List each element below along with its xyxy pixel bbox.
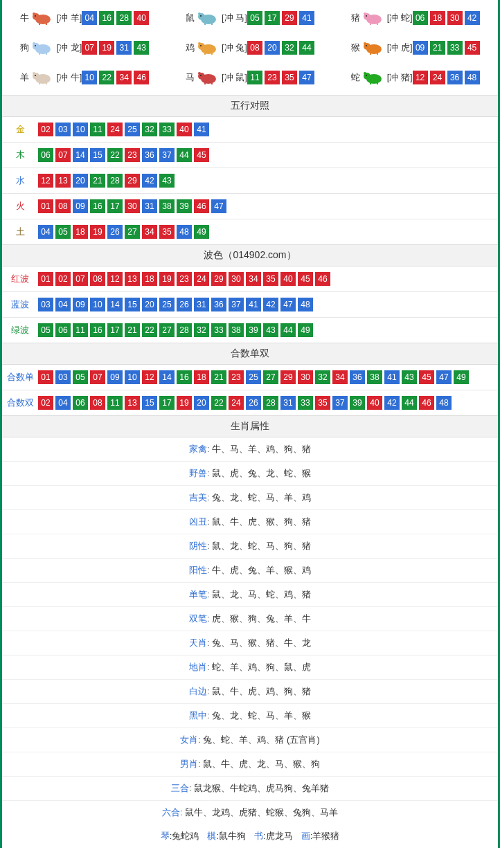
number-chip: 47	[211, 199, 226, 213]
number-chip: 10	[82, 71, 97, 84]
row-label: 红波	[2, 273, 38, 285]
attr-label: 双笔	[189, 613, 207, 624]
zodiac-chong: [冲 牛]	[56, 71, 82, 84]
bose-rows: 红波0102070812131819232429303435404546蓝波03…	[2, 266, 498, 343]
four-value: 虎龙马	[266, 831, 293, 841]
row-label: 木	[2, 149, 38, 161]
number-chip: 24	[229, 396, 244, 410]
attr-label: 六合	[162, 807, 180, 817]
number-chip: 29	[280, 370, 296, 384]
number-chip: 29	[125, 174, 140, 188]
data-row: 蓝波03040910141520252631363741424748	[2, 292, 498, 318]
number-chip: 07	[90, 370, 105, 384]
attr-value: 鼠、牛、虎、龙、马、猴、狗	[203, 759, 320, 769]
number-chip: 31	[280, 396, 296, 410]
number-chip: 25	[159, 298, 175, 311]
number-chip: 40	[134, 11, 149, 25]
svg-rect-28	[204, 52, 206, 55]
number-chip: 04	[55, 396, 71, 410]
shengxiao-four-row: 琴:兔蛇鸡棋:鼠牛狗书:虎龙马画:羊猴猪	[2, 824, 498, 848]
zodiac-nums: 11233547	[247, 71, 314, 84]
number-chip: 33	[211, 323, 226, 337]
number-chip: 08	[247, 41, 262, 55]
four-label: 书	[254, 831, 263, 841]
number-chip: 16	[90, 323, 105, 337]
number-chip: 46	[419, 396, 434, 410]
number-chip: 11	[73, 323, 88, 337]
attr-label: 天肖	[189, 638, 207, 648]
number-chip: 12	[413, 71, 428, 84]
number-chip: 03	[55, 370, 71, 384]
four-part: 棋:鼠牛狗	[207, 830, 246, 842]
number-chip: 12	[38, 174, 53, 188]
svg-rect-11	[211, 22, 213, 25]
number-chip: 08	[90, 396, 105, 410]
number-chip: 05	[55, 225, 71, 239]
number-chip: 37	[332, 396, 348, 410]
attr-value: 虎、猴、狗、兔、羊、牛	[212, 613, 311, 624]
number-chip: 44	[280, 323, 296, 337]
number-chip: 49	[194, 225, 209, 239]
row-label: 合数单	[2, 371, 38, 383]
four-label: 棋	[207, 831, 216, 841]
number-chip: 13	[125, 396, 140, 410]
svg-rect-47	[211, 82, 213, 84]
number-chip: 05	[247, 11, 262, 25]
number-chip: 31	[142, 199, 157, 213]
number-chip: 14	[107, 298, 123, 311]
number-chip: 02	[55, 272, 71, 286]
number-chip: 32	[282, 41, 297, 55]
number-chip: 24	[194, 272, 209, 286]
svg-point-15	[366, 15, 367, 17]
number-chip: 43	[134, 41, 149, 55]
number-chip: 29	[211, 272, 226, 286]
number-chip: 10	[73, 123, 88, 136]
number-chip: 03	[55, 123, 71, 136]
number-chip: 42	[465, 11, 480, 25]
number-chip: 11	[107, 396, 123, 410]
attr-row: 阳性: 牛、虎、兔、羊、猴、鸡	[2, 559, 498, 583]
number-chip: 08	[90, 272, 105, 286]
number-chip: 16	[90, 199, 105, 213]
number-chip: 28	[177, 323, 192, 337]
svg-point-2	[33, 12, 35, 15]
number-chip: 36	[211, 298, 226, 311]
number-chip: 46	[134, 71, 149, 84]
zodiac-icon-wrap	[196, 40, 220, 55]
row-nums: 04051819262734354849	[38, 225, 209, 239]
svg-rect-41	[46, 82, 47, 84]
zodiac-animal-icon	[196, 10, 220, 26]
svg-rect-46	[204, 82, 206, 84]
svg-rect-22	[39, 52, 40, 55]
number-chip: 28	[116, 11, 132, 25]
number-chip: 15	[125, 298, 140, 311]
four-part: 画:羊猴猪	[301, 830, 340, 842]
zodiac-chong: [冲 蛇]	[387, 12, 413, 24]
number-chip: 09	[73, 199, 88, 213]
number-chip: 38	[367, 370, 382, 384]
attr-row: 双笔: 虎、猴、狗、兔、羊、牛	[2, 607, 498, 631]
svg-point-32	[364, 42, 366, 45]
attr-value: 鼠牛、龙鸡、虎猪、蛇猴、兔狗、马羊	[185, 807, 338, 817]
number-chip: 05	[38, 323, 53, 337]
row-nums: 0204060811131517192022242628313335373940…	[38, 396, 452, 410]
number-chip: 30	[125, 199, 140, 213]
number-chip: 08	[55, 199, 71, 213]
number-chip: 20	[265, 41, 280, 55]
number-chip: 44	[177, 148, 192, 162]
attr-label: 地肖	[189, 662, 207, 672]
number-chip: 04	[82, 11, 97, 25]
four-part: 书:虎龙马	[254, 830, 293, 842]
attr-row: 地肖: 蛇、羊、鸡、狗、鼠、虎	[2, 655, 498, 680]
zodiac-icon-wrap	[30, 40, 54, 55]
number-chip: 27	[159, 323, 175, 337]
number-chip: 04	[55, 298, 71, 311]
four-value: 鼠牛狗	[219, 831, 246, 841]
zodiac-icon-wrap	[361, 10, 385, 26]
number-chip: 34	[332, 370, 348, 384]
number-chip: 06	[73, 396, 88, 410]
number-chip: 41	[246, 298, 261, 311]
number-chip: 04	[38, 225, 53, 239]
number-chip: 42	[142, 174, 157, 188]
zodiac-cell: 马[冲 鼠]11233547	[168, 62, 333, 92]
